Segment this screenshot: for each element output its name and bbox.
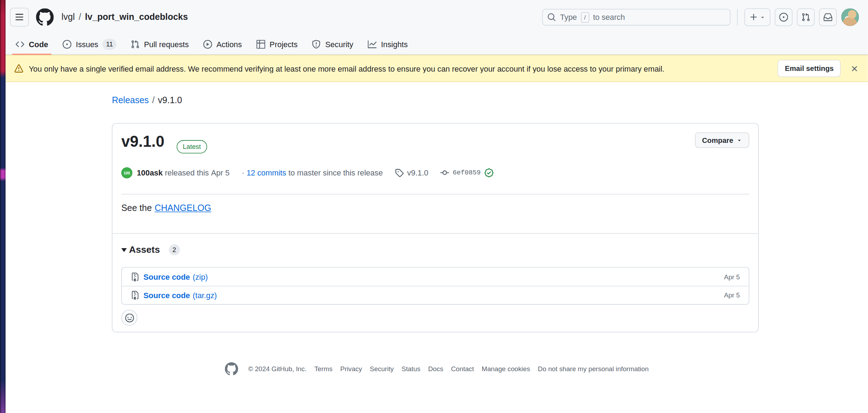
plus-icon xyxy=(750,13,758,22)
tab-label: Code xyxy=(29,40,48,49)
release-card: v9.1.0 Latest Compare 100 100ask release… xyxy=(112,123,759,333)
banner-actions: Email settings xyxy=(778,60,859,77)
asset-row: Source code (zip) Apr 5 xyxy=(122,268,749,286)
footer-link-status[interactable]: Status xyxy=(402,365,420,373)
release-header-divider xyxy=(121,194,749,195)
latest-release-badge[interactable]: Latest xyxy=(177,140,207,154)
commit-sha-link[interactable]: 6ef0859 xyxy=(453,169,481,177)
code-icon xyxy=(16,40,24,49)
asset-row: Source code (tar.gz) Apr 5 xyxy=(122,286,749,304)
chevron-down-icon xyxy=(737,138,742,143)
tab-label: Actions xyxy=(217,40,242,49)
close-icon[interactable] xyxy=(850,64,859,73)
tab-label: Issues xyxy=(76,40,98,49)
github-logo[interactable] xyxy=(36,8,54,26)
user-avatar[interactable] xyxy=(841,8,859,26)
search-placeholder-prefix: Type xyxy=(560,13,577,22)
issue-opened-icon xyxy=(63,40,72,49)
commits-text: to master since this release xyxy=(289,168,383,177)
asset-download-link[interactable]: Source code (tar.gz) xyxy=(144,291,217,300)
assets-count-badge: 2 xyxy=(169,244,180,255)
footer-link-contact[interactable]: Contact xyxy=(451,365,474,373)
release-commit: 6ef0859 xyxy=(441,168,493,177)
breadcrumb-current: v9.1.0 xyxy=(158,95,182,105)
inbox-icon xyxy=(824,13,833,22)
tag-icon xyxy=(395,168,404,177)
changelog-link[interactable]: CHANGELOG xyxy=(155,203,211,213)
email-settings-button[interactable]: Email settings xyxy=(778,60,841,77)
dot-separator: · xyxy=(242,168,244,177)
footer-link-do-not-share[interactable]: Do not share my personal information xyxy=(538,365,649,373)
tab-label: Security xyxy=(325,40,353,49)
add-reaction-button[interactable] xyxy=(121,309,137,325)
tab-insights[interactable]: Insights xyxy=(362,34,413,54)
github-footer-logo[interactable] xyxy=(225,362,239,376)
release-notes: See theCHANGELOG xyxy=(121,203,211,213)
desktop-edge-strip xyxy=(0,0,6,413)
git-commit-icon xyxy=(441,168,449,177)
smiley-icon xyxy=(125,313,134,322)
author-link[interactable]: 100ask xyxy=(137,168,163,177)
commits-link[interactable]: 12 commits xyxy=(247,168,286,177)
pull-requests-dashboard-button[interactable] xyxy=(797,8,815,26)
issue-opened-icon xyxy=(779,13,788,22)
footer-link-docs[interactable]: Docs xyxy=(428,365,443,373)
git-pull-request-icon xyxy=(802,13,811,22)
releases-link[interactable]: Releases xyxy=(112,95,149,105)
tab-code[interactable]: Code xyxy=(10,34,54,54)
github-page: lvgl / lv_port_win_codeblocks Type / to … xyxy=(6,0,868,413)
footer-link-privacy[interactable]: Privacy xyxy=(340,365,362,373)
org-link[interactable]: lvgl xyxy=(61,12,75,22)
footer-link-security[interactable]: Security xyxy=(370,365,394,373)
repo-context-breadcrumb: lvgl / lv_port_win_codeblocks xyxy=(61,12,188,22)
tab-projects[interactable]: Projects xyxy=(251,34,303,54)
play-icon xyxy=(203,40,212,49)
copyright: © 2024 GitHub, Inc. xyxy=(248,365,307,373)
banner-message: You only have a single verified email ad… xyxy=(29,64,664,73)
footer-link-terms[interactable]: Terms xyxy=(314,365,332,373)
author-avatar[interactable]: 100 xyxy=(121,167,132,178)
git-pull-request-icon xyxy=(131,40,140,49)
inbox-button[interactable] xyxy=(819,8,837,26)
tab-actions[interactable]: Actions xyxy=(198,34,248,54)
search-input[interactable]: Type / to search xyxy=(542,9,730,26)
main-content: Releases / v9.1.0 v9.1.0 Latest Compare … xyxy=(6,82,868,413)
issues-dashboard-button[interactable] xyxy=(775,8,793,26)
asset-download-link[interactable]: Source code (zip) xyxy=(144,272,208,281)
breadcrumb: Releases / v9.1.0 xyxy=(112,95,182,105)
site-footer: © 2024 GitHub, Inc. Terms Privacy Securi… xyxy=(6,362,868,376)
screen: lvgl / lv_port_win_codeblocks Type / to … xyxy=(0,0,868,413)
assets-table: Source code (zip) Apr 5 Source code (tar… xyxy=(121,267,749,305)
release-meta: 100 100ask released this Apr 5 · 12 comm… xyxy=(121,167,493,178)
compare-button[interactable]: Compare xyxy=(695,132,749,148)
tab-pull-requests[interactable]: Pull requests xyxy=(125,34,194,54)
commits-since-release: · 12 commits to master since this releas… xyxy=(242,168,383,177)
repo-link[interactable]: lv_port_win_codeblocks xyxy=(85,12,188,22)
release-title: v9.1.0 xyxy=(121,132,164,151)
issues-count-badge: 11 xyxy=(103,39,116,50)
notes-text: See the xyxy=(121,203,152,213)
repo-nav-tabs: Code Issues 11 Pull requests Actions xyxy=(6,34,868,55)
alert-triangle-icon xyxy=(15,64,23,73)
tag-name: v9.1.0 xyxy=(407,168,429,177)
asset-date: Apr 5 xyxy=(724,273,740,281)
tab-issues[interactable]: Issues 11 xyxy=(57,34,122,54)
release-tag: v9.1.0 xyxy=(395,168,428,177)
breadcrumb-separator: / xyxy=(152,95,155,105)
breadcrumb-separator: / xyxy=(79,12,81,22)
assets-section-divider xyxy=(112,233,758,234)
collapse-caret-icon xyxy=(121,248,127,252)
compare-label: Compare xyxy=(702,136,733,144)
footer-link-manage-cookies[interactable]: Manage cookies xyxy=(482,365,530,373)
site-header: lvgl / lv_port_win_codeblocks Type / to … xyxy=(6,0,868,34)
tab-security[interactable]: Security xyxy=(307,34,359,54)
verified-check-icon[interactable] xyxy=(485,168,493,177)
hamburger-menu-button[interactable] xyxy=(10,8,29,27)
file-zip-icon xyxy=(131,272,140,281)
chevron-down-icon xyxy=(760,15,766,20)
create-new-button[interactable] xyxy=(745,8,771,26)
assets-header[interactable]: Assets 2 xyxy=(121,244,180,255)
release-date: Apr 5 xyxy=(211,168,229,177)
asset-format: (zip) xyxy=(193,272,208,281)
three-bars-icon xyxy=(15,13,24,22)
